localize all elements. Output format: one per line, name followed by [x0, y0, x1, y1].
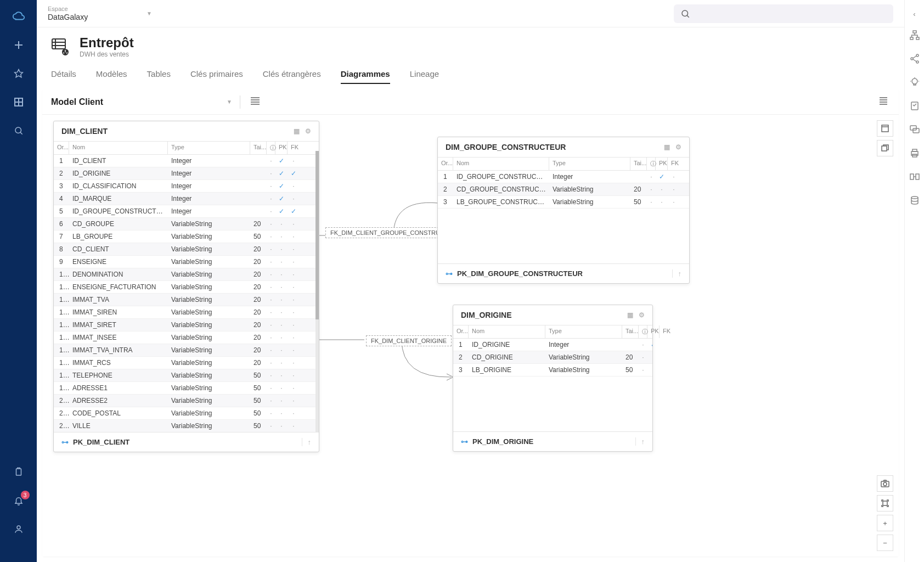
workspace-selector[interactable]: Espace DataGalaxy ▼	[48, 5, 152, 22]
tab-tables[interactable]: Tables	[147, 65, 171, 84]
bell-icon[interactable]: 3	[12, 494, 25, 507]
fit-icon[interactable]	[877, 495, 893, 512]
sort-icon[interactable]: ↑	[302, 438, 312, 446]
window-icon[interactable]	[877, 120, 893, 137]
menu-icon[interactable]	[877, 95, 890, 109]
table-row[interactable]: 17IMMAT_RCSVariableString20···	[54, 357, 319, 369]
table-row[interactable]: 10DENOMINATIONVariableString20···	[54, 268, 319, 281]
model-selector[interactable]: Model Client ▼	[51, 97, 232, 107]
key-icon: ⊶	[461, 437, 468, 446]
svg-point-26	[912, 78, 917, 84]
table-row[interactable]: 3LB_ORIGINEVariableString50···	[453, 364, 652, 376]
chat-icon[interactable]	[910, 125, 920, 136]
task-icon[interactable]	[910, 101, 920, 113]
diagram-canvas[interactable]: DIM_CLIENT ▦⚙ Or...NomTypeTai...ⓘPKFK 1I…	[42, 115, 899, 557]
sort-icon[interactable]: ↑	[635, 437, 645, 446]
table-row[interactable]: 21CODE_POSTALVariableString50···	[54, 407, 319, 420]
gear-icon[interactable]: ⚙	[639, 311, 645, 319]
table-row[interactable]: 2ID_ORIGINEInteger·✓✓	[54, 167, 319, 180]
workspace-label: Espace	[48, 5, 130, 13]
table-row[interactable]: 20ADRESSE2VariableString50···	[54, 395, 319, 407]
share-icon[interactable]	[910, 54, 920, 65]
table-row[interactable]: 3LB_GROUPE_CONSTRUCTEURVariableString50·…	[438, 196, 689, 209]
collapse-icon[interactable]: ‹	[913, 10, 915, 18]
primary-key-name: PK_DIM_CLIENT	[73, 438, 129, 446]
table-row[interactable]: 5ID_GROUPE_CONSTRUCTEURInteger·✓✓	[54, 205, 319, 218]
gear-icon[interactable]: ⚙	[305, 127, 311, 135]
table-row[interactable]: 1ID_GROUPE_CONSTRUCTEURInteger·✓·	[438, 171, 689, 183]
table-row[interactable]: 9ENSEIGNEVariableString20···	[54, 256, 319, 268]
nav-sidebar: 3	[0, 0, 37, 562]
svg-point-5	[682, 10, 688, 16]
svg-rect-15	[882, 125, 888, 132]
search-nav-icon[interactable]	[12, 124, 25, 137]
tab-modèles[interactable]: Modèles	[96, 65, 127, 84]
table-row[interactable]: 1ID_ORIGINEInteger·✓·	[453, 339, 652, 351]
entity-dim-origine[interactable]: DIM_ORIGINE ▦⚙ Or...NomTypeTai...ⓘPKFK 1…	[453, 305, 653, 452]
database-icon[interactable]	[910, 195, 920, 207]
column-header-row: Or...NomTypeTai...ⓘPKFK	[54, 141, 319, 155]
star-icon[interactable]	[12, 67, 25, 80]
tab-détails[interactable]: Détails	[51, 65, 76, 84]
windows-icon[interactable]	[877, 140, 893, 156]
connector-line	[402, 340, 457, 384]
table-row[interactable]: 2CD_ORIGINEVariableString20···	[453, 351, 652, 364]
svg-rect-20	[913, 31, 916, 33]
table-row[interactable]: 16IMMAT_TVA_INTRAVariableString20···	[54, 344, 319, 357]
search-input[interactable]	[674, 4, 893, 23]
entity-dim-groupe[interactable]: DIM_GROUPE_CONSTRUCTEUR ▦⚙ Or...NomTypeT…	[437, 137, 690, 284]
table-row[interactable]: 13IMMAT_SIRENVariableString20···	[54, 306, 319, 319]
logo-icon[interactable]	[12, 10, 25, 23]
user-icon[interactable]	[12, 522, 25, 536]
svg-rect-33	[910, 174, 914, 179]
tab-diagrammes[interactable]: Diagrammes	[341, 65, 390, 84]
grid-small-icon[interactable]: ▦	[664, 143, 670, 151]
table-row[interactable]: 1ID_CLIENTInteger·✓·	[54, 155, 319, 167]
primary-key-name: PK_DIM_ORIGINE	[472, 437, 533, 446]
tab-clés étrangères[interactable]: Clés étrangères	[263, 65, 321, 84]
svg-rect-3	[16, 469, 21, 475]
camera-icon[interactable]	[877, 475, 893, 492]
table-row[interactable]: 15IMMAT_INSEEVariableString20···	[54, 331, 319, 344]
primary-key-name: PK_DIM_GROUPE_CONSTRUCTEUR	[457, 269, 583, 278]
tab-clés primaires[interactable]: Clés primaires	[190, 65, 243, 84]
zoom-in-icon[interactable]: +	[877, 515, 893, 531]
table-row[interactable]: 14IMMAT_SIRETVariableString20···	[54, 319, 319, 331]
grid-small-icon[interactable]: ▦	[294, 127, 300, 135]
svg-rect-21	[910, 37, 913, 40]
chevron-down-icon: ▼	[147, 10, 152, 16]
table-row[interactable]: 22VILLEVariableString50···	[54, 420, 319, 432]
grid-icon[interactable]	[12, 95, 25, 109]
svg-rect-34	[916, 174, 919, 179]
table-row[interactable]: 8CD_CLIENTVariableString20···	[54, 243, 319, 256]
page-header: Entrepôt DWH des ventes DétailsModèlesTa…	[37, 27, 904, 84]
list-icon[interactable]	[248, 95, 262, 109]
lightbulb-icon[interactable]	[910, 77, 920, 89]
table-row[interactable]: 2CD_GROUPE_CONSTRUCTEURVariableString20·…	[438, 183, 689, 196]
key-icon: ⊶	[446, 269, 453, 278]
zoom-out-icon[interactable]: −	[877, 535, 893, 551]
svg-point-24	[911, 58, 913, 60]
key-icon: ⊶	[61, 438, 69, 446]
clipboard-icon[interactable]	[12, 465, 25, 479]
hierarchy-icon[interactable]	[910, 30, 920, 42]
gear-icon[interactable]: ⚙	[675, 143, 681, 151]
add-icon[interactable]	[12, 38, 25, 52]
table-row[interactable]: 4ID_MARQUEInteger·✓·	[54, 193, 319, 205]
grid-small-icon[interactable]: ▦	[627, 311, 633, 319]
table-row[interactable]: 3ID_CLASSIFICATIONInteger·✓·	[54, 180, 319, 193]
table-row[interactable]: 18TELEPHONEVariableString50···	[54, 369, 319, 382]
table-row[interactable]: 12IMMAT_TVAVariableString20···	[54, 294, 319, 306]
table-row[interactable]: 6CD_GROUPEVariableString20···	[54, 218, 319, 231]
compare-icon[interactable]	[910, 172, 920, 183]
print-icon[interactable]	[910, 148, 920, 160]
table-row[interactable]: 7LB_GROUPEVariableString50···	[54, 231, 319, 243]
column-header-row: Or...NomTypeTai...ⓘPKFK	[453, 325, 652, 339]
table-row[interactable]: 11ENSEIGNE_FACTURATIONVariableString20··…	[54, 281, 319, 294]
table-row[interactable]: 19ADRESSE1VariableString50···	[54, 382, 319, 395]
svg-point-35	[911, 196, 918, 199]
fk-label-origine[interactable]: FK_DIM_CLIENT_ORIGINE	[366, 335, 452, 346]
entity-dim-client[interactable]: DIM_CLIENT ▦⚙ Or...NomTypeTai...ⓘPKFK 1I…	[53, 121, 319, 452]
sort-icon[interactable]: ↑	[672, 269, 682, 278]
tab-lineage[interactable]: Lineage	[410, 65, 439, 84]
